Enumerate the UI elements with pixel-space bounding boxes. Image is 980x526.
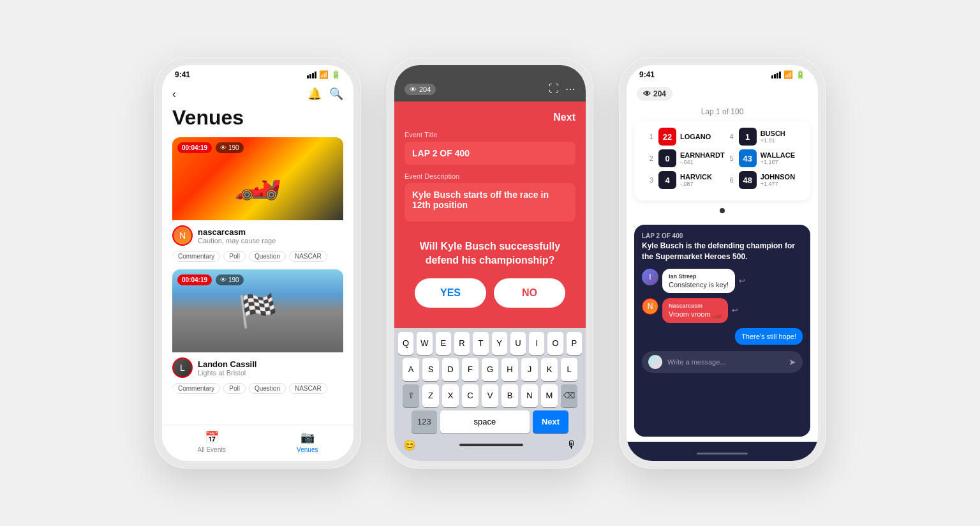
phone-race: 9:41 📶 🔋 👁 xyxy=(619,57,826,469)
reply-icon-nasc[interactable]: ↩ xyxy=(732,306,738,315)
standing-earnhardt: 2 0 EARNHARDT -.041 xyxy=(648,149,725,167)
key-space[interactable]: space xyxy=(440,410,530,433)
bubble-nasc: Nascarcasm Vroom vroom 🏎️ xyxy=(662,298,728,323)
status-bar-3: 9:41 📶 🔋 xyxy=(627,65,818,82)
driver-johnson: JOHNSON +1.477 xyxy=(761,173,795,187)
venue-tags-2: Commentary Poll Question NASCAR xyxy=(172,383,343,394)
key-u[interactable]: U xyxy=(510,332,526,355)
bubble-self: There's still hope! xyxy=(735,328,803,345)
key-delete[interactable]: ⌫ xyxy=(561,384,577,407)
car-num-22: 22 xyxy=(658,128,676,146)
expand-icon[interactable]: ⛶ xyxy=(549,83,559,95)
key-q[interactable]: Q xyxy=(398,332,413,355)
key-shift[interactable]: ⇧ xyxy=(403,384,419,407)
yes-button[interactable]: YES xyxy=(415,278,486,308)
venues-header: ‹ 🔔 🔍 xyxy=(162,82,353,106)
keyboard-row-1: Q W E R T Y U I O P xyxy=(398,332,582,355)
tag-poll-2: Poll xyxy=(223,383,246,394)
key-g[interactable]: G xyxy=(482,358,498,381)
battery-icon-1: 🔋 xyxy=(331,70,341,79)
venue-info-2: L Landon Cassill Lights at Bristol xyxy=(172,352,343,380)
event-title-input[interactable]: LAP 2 OF 400 xyxy=(405,142,575,165)
home-indicator xyxy=(459,444,523,446)
back-button[interactable]: ‹ xyxy=(172,87,176,101)
timer-badge-1: 00:04:19 xyxy=(177,142,212,153)
pos-5: 5 xyxy=(729,154,735,162)
key-v[interactable]: V xyxy=(482,384,498,407)
key-e[interactable]: E xyxy=(436,332,451,355)
phone3-header: 👁 204 xyxy=(627,82,818,105)
venues-icon: 📷 xyxy=(301,430,315,444)
search-icon[interactable]: 🔍 xyxy=(329,87,343,101)
key-m[interactable]: M xyxy=(541,384,558,407)
sender-ian: Ian Streep xyxy=(669,273,729,280)
key-p[interactable]: P xyxy=(567,332,582,355)
key-j[interactable]: J xyxy=(521,358,538,381)
chat-input-placeholder[interactable]: Write a message... xyxy=(667,358,783,366)
chat-bubble-nasc-wrap: Nascarcasm Vroom vroom 🏎️ xyxy=(662,298,728,323)
wifi-icon-1: 📶 xyxy=(319,70,329,79)
viewers-badge-1: 👁 190 xyxy=(216,142,244,153)
nav-all-events[interactable]: 📅 All Events xyxy=(198,430,226,453)
key-k[interactable]: K xyxy=(541,358,558,381)
send-icon[interactable]: ➤ xyxy=(789,357,796,367)
key-i[interactable]: I xyxy=(529,332,544,355)
driver-harvick: HARVICK -.087 xyxy=(680,173,712,187)
avatar-landon: L xyxy=(172,357,193,378)
driver-logano: LOGANO xyxy=(680,133,711,140)
next-button[interactable]: Next xyxy=(553,112,575,123)
nav-venues[interactable]: 📷 Venues xyxy=(297,430,318,453)
key-a[interactable]: A xyxy=(403,358,419,381)
key-s[interactable]: S xyxy=(422,358,439,381)
microphone-icon[interactable]: 🎙 xyxy=(567,439,577,451)
key-c[interactable]: C xyxy=(462,384,479,407)
bubble-ian: Ian Streep Consistency is key! xyxy=(662,269,735,293)
key-y[interactable]: Y xyxy=(492,332,507,355)
phone-venues-screen: 9:41 📶 🔋 ‹ 🔔 🔍 xyxy=(162,65,353,461)
no-button[interactable]: NO xyxy=(494,278,565,308)
chat-bubble-ian: Ian Streep Consistency is key! xyxy=(662,269,735,293)
header-icons: 🔔 🔍 xyxy=(308,87,343,101)
venue-text-1: nascarcasm Caution, may cause rage xyxy=(198,227,343,244)
chat-area: LAP 2 OF 400 Kyle Busch is the defending… xyxy=(634,225,810,437)
pos-2: 2 xyxy=(648,154,655,162)
more-icon[interactable]: ⋯ xyxy=(565,83,575,95)
emoji-icon[interactable]: 😊 xyxy=(403,439,416,451)
reply-icon-ian[interactable]: ↩ xyxy=(739,276,745,285)
chat-msg-nasc: N Nascarcasm Vroom vroom 🏎️ ↩ xyxy=(642,298,803,323)
key-w[interactable]: W xyxy=(417,332,432,355)
key-r[interactable]: R xyxy=(454,332,470,355)
notification-icon[interactable]: 🔔 xyxy=(308,87,322,101)
venue-card-1[interactable]: 00:04:19 👁 190 N nascarcasm Caution, may… xyxy=(172,137,343,262)
divider-dot xyxy=(720,208,725,213)
chat-event-desc: Kyle Busch is the defending champion for… xyxy=(642,241,803,262)
key-f[interactable]: F xyxy=(462,358,479,381)
event-desc-input[interactable]: Kyle Busch starts off the race in 12th p… xyxy=(405,183,575,222)
notch xyxy=(458,65,522,79)
key-o[interactable]: O xyxy=(547,332,563,355)
key-t[interactable]: T xyxy=(473,332,488,355)
standings-container: 1 22 LOGANO 4 1 BUSCH +1.0 xyxy=(634,121,810,200)
status-time-1: 9:41 xyxy=(175,70,190,79)
key-b[interactable]: B xyxy=(501,384,518,407)
form-area: Next Event Title LAP 2 OF 400 Event Desc… xyxy=(394,101,586,328)
key-next-keyboard[interactable]: Next xyxy=(533,410,568,433)
key-n[interactable]: N xyxy=(521,384,538,407)
key-x[interactable]: X xyxy=(442,384,459,407)
venue-name-1: nascarcasm xyxy=(198,227,343,237)
key-123[interactable]: 123 xyxy=(412,410,437,433)
lap-indicator: Lap 1 of 100 xyxy=(627,105,818,121)
key-h[interactable]: H xyxy=(501,358,518,381)
key-d[interactable]: D xyxy=(442,358,459,381)
calendar-icon: 📅 xyxy=(205,430,219,444)
key-z[interactable]: Z xyxy=(422,384,439,407)
form-question: Will Kyle Busch successfully defend his … xyxy=(405,229,575,278)
car-num-48: 48 xyxy=(739,171,757,189)
venue-card-2[interactable]: 00:04:19 👁 190 L Landon Cassill Lights a… xyxy=(172,269,343,394)
key-l[interactable]: L xyxy=(561,358,577,381)
avatar-nascarcasm-chat: N xyxy=(642,298,658,315)
driver-earnhardt: EARNHARDT -.041 xyxy=(680,151,725,165)
standing-wallace: 5 43 WALLACE +1.167 xyxy=(729,149,796,167)
car-num-1: 1 xyxy=(739,128,757,146)
tag-poll-1: Poll xyxy=(223,251,246,262)
